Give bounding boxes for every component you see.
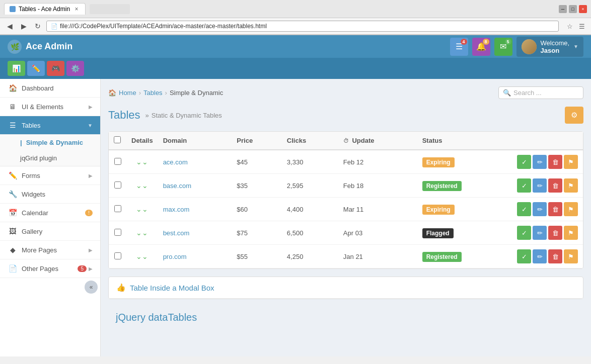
action-flag-button[interactable]: ⚑ <box>564 249 578 263</box>
back-button[interactable]: ◀ <box>4 21 15 32</box>
domain-link[interactable]: base.com <box>163 182 191 190</box>
browser-action-buttons: ☆ ☰ <box>565 21 587 31</box>
menu-button[interactable]: ☰ <box>577 21 587 31</box>
row-domain-cell: best.com <box>158 221 232 245</box>
breadcrumb-tables-link[interactable]: Tables <box>143 89 163 97</box>
maximize-icon[interactable]: □ <box>569 5 577 13</box>
sidebar-item-ui-elements[interactable]: 🖥 UI & Elements ▶ <box>0 98 100 116</box>
action-delete-button[interactable]: 🗑 <box>548 226 562 240</box>
nav-message-button[interactable]: ✉ 5 <box>494 38 512 56</box>
row-status-cell: Registered <box>417 245 512 268</box>
action-check-button[interactable]: ✓ <box>517 155 531 169</box>
sidebar-subitem-jqgrid-label: jqGrid plugin <box>20 154 57 162</box>
row-checkbox[interactable] <box>114 229 121 236</box>
expand-arrow-icon[interactable]: ⌄⌄ <box>136 229 148 237</box>
row-checkbox[interactable] <box>114 252 121 259</box>
row-domain-cell: max.com <box>158 198 232 221</box>
action-delete-button[interactable]: 🗑 <box>548 249 562 263</box>
sidebar-item-gallery[interactable]: 🖼 Gallery <box>0 222 100 241</box>
sidebar-collapse-button[interactable]: « <box>85 281 98 294</box>
new-tab-area <box>90 4 130 14</box>
action-flag-button[interactable]: ⚑ <box>564 202 578 216</box>
th-status: Status <box>417 132 512 150</box>
row-status-cell: Flagged <box>417 221 512 245</box>
tab-close-button[interactable]: × <box>73 6 80 13</box>
sidebar-item-tables[interactable]: ☰ Tables ▼ <box>0 116 100 135</box>
action-edit-button[interactable]: ✏ <box>533 226 547 240</box>
forward-button[interactable]: ▶ <box>18 21 29 32</box>
row-actions-cell: ✓ ✏ 🗑 ⚑ <box>512 198 583 221</box>
sidebar-subitem-simple-dynamic[interactable]: Simple & Dynamic <box>0 135 100 150</box>
browser-chrome: Tables - Ace Admin × ─ □ × ◀ ▶ ↻ 📄 file:… <box>0 0 591 35</box>
quick-btn-chart[interactable]: 📊 <box>8 61 25 76</box>
th-domain: Domain <box>158 132 232 150</box>
sidebar-label-tables: Tables <box>22 122 88 129</box>
navbar-brand[interactable]: 🌿 Ace Admin <box>8 40 450 54</box>
nav-menu-button[interactable]: ☰ 4 <box>450 38 468 56</box>
action-edit-button[interactable]: ✏ <box>533 178 547 193</box>
th-price: Price <box>232 132 282 150</box>
action-flag-button[interactable]: ⚑ <box>564 226 578 240</box>
action-edit-button[interactable]: ✏ <box>533 202 547 216</box>
sidebar-subitem-jqgrid[interactable]: jqGrid plugin <box>0 150 100 166</box>
action-delete-button[interactable]: 🗑 <box>548 202 562 216</box>
refresh-button[interactable]: ↻ <box>32 21 43 32</box>
user-greeting: Welcome,Jason <box>541 39 570 54</box>
action-check-button[interactable]: ✓ <box>517 226 531 240</box>
expand-arrow-icon[interactable]: ⌄⌄ <box>136 205 148 213</box>
search-icon: 🔍 <box>503 89 511 97</box>
row-domain-cell: base.com <box>158 174 232 198</box>
bookmark-button[interactable]: ☆ <box>565 21 575 31</box>
sidebar-item-widgets[interactable]: 🔧 Widgets <box>0 185 100 204</box>
row-status-cell: Expiring <box>417 198 512 221</box>
expand-arrow-icon[interactable]: ⌄⌄ <box>136 158 148 166</box>
action-flag-button[interactable]: ⚑ <box>564 155 578 169</box>
address-bar[interactable]: 📄 file:///G:/CodePlex/UITemplate/ACEAdmi… <box>46 21 559 32</box>
select-all-checkbox[interactable] <box>114 136 121 143</box>
browser-titlebar: Tables - Ace Admin × ─ □ × <box>0 0 591 18</box>
row-price-cell: $60 <box>232 198 282 221</box>
dashboard-icon: 🏠 <box>8 84 18 92</box>
status-badge: Flagged <box>422 228 454 238</box>
minimize-icon[interactable]: ─ <box>559 5 567 13</box>
breadcrumb-home-link[interactable]: Home <box>119 89 136 97</box>
action-edit-button[interactable]: ✏ <box>533 249 547 263</box>
user-area[interactable]: Welcome,Jason ▼ <box>516 37 583 57</box>
sidebar-item-forms[interactable]: ✏️ Forms ▶ <box>0 166 100 185</box>
action-check-button[interactable]: ✓ <box>517 178 531 193</box>
domain-link[interactable]: max.com <box>163 206 190 213</box>
status-badge: Expiring <box>422 205 455 215</box>
sidebar-item-calendar[interactable]: 📅 Calendar ! <box>0 204 100 222</box>
search-input[interactable] <box>513 89 579 97</box>
action-check-button[interactable]: ✓ <box>517 249 531 263</box>
modal-section-title: Table Inside a Modal Box <box>130 284 214 292</box>
action-delete-button[interactable]: 🗑 <box>548 155 562 169</box>
row-checkbox[interactable] <box>114 205 121 212</box>
action-delete-button[interactable]: 🗑 <box>548 178 562 193</box>
domain-link[interactable]: pro.com <box>163 253 187 260</box>
quick-btn-game[interactable]: 🎮 <box>47 61 64 76</box>
sidebar-item-more-pages[interactable]: ◆ More Pages ▶ <box>0 241 100 259</box>
expand-arrow-icon[interactable]: ⌄⌄ <box>136 252 148 260</box>
action-flag-button[interactable]: ⚑ <box>564 178 578 193</box>
page-settings-button[interactable]: ⚙ <box>565 107 583 124</box>
quick-btn-edit[interactable]: ✏️ <box>27 61 45 76</box>
action-check-button[interactable]: ✓ <box>517 202 531 216</box>
nav-notification-button[interactable]: 🔔 8 <box>472 38 490 56</box>
domain-link[interactable]: best.com <box>163 229 190 237</box>
browser-tab[interactable]: Tables - Ace Admin × <box>4 3 86 15</box>
sidebar-item-dashboard[interactable]: 🏠 Dashboard <box>0 79 100 98</box>
row-expand-cell: ⌄⌄ <box>126 221 158 245</box>
row-checkbox-cell <box>109 221 126 245</box>
sidebar-item-other-pages[interactable]: 📄 Other Pages 5 ▶ <box>0 259 100 278</box>
main-data-table: Details Domain Price Clicks ⏱ Update Sta… <box>109 132 583 268</box>
domain-link[interactable]: ace.com <box>163 158 188 166</box>
row-checkbox[interactable] <box>114 181 121 189</box>
row-clicks-cell: 3,330 <box>282 150 338 174</box>
close-icon[interactable]: × <box>579 5 587 13</box>
quick-btn-settings[interactable]: ⚙️ <box>66 61 84 76</box>
sidebar-subitem-simple-dynamic-label: Simple & Dynamic <box>26 139 83 146</box>
action-edit-button[interactable]: ✏ <box>533 155 547 169</box>
row-checkbox[interactable] <box>114 158 121 165</box>
expand-arrow-icon[interactable]: ⌄⌄ <box>136 181 148 190</box>
